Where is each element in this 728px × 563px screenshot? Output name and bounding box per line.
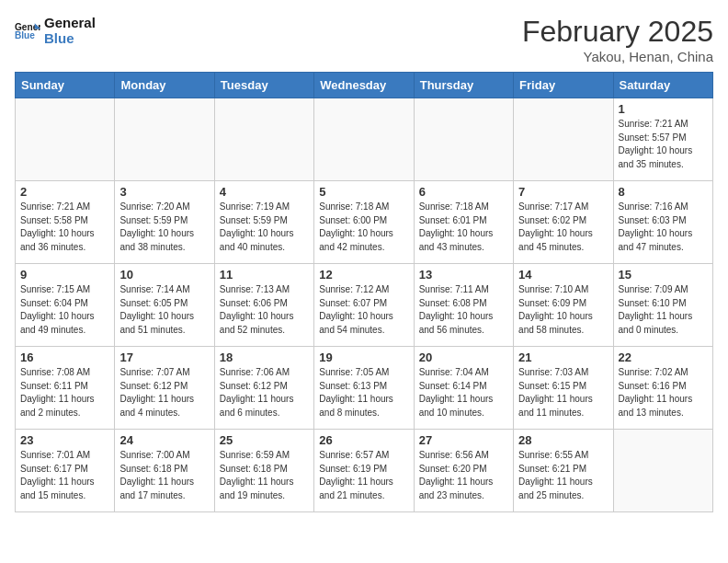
week-row-4: 16Sunrise: 7:08 AM Sunset: 6:11 PM Dayli… [16, 347, 713, 430]
day-info: Sunrise: 7:21 AM Sunset: 5:58 PM Dayligh… [20, 201, 109, 254]
page-header: General Blue General Blue February 2025 … [15, 15, 713, 64]
day-cell: 14Sunrise: 7:10 AM Sunset: 6:09 PM Dayli… [514, 264, 613, 347]
day-cell: 17Sunrise: 7:07 AM Sunset: 6:12 PM Dayli… [115, 347, 214, 430]
day-cell [314, 98, 414, 181]
day-number: 6 [419, 185, 508, 199]
day-number: 19 [319, 350, 408, 364]
logo-icon: General Blue [15, 17, 40, 43]
day-info: Sunrise: 7:12 AM Sunset: 6:07 PM Dayligh… [319, 283, 408, 337]
week-row-1: 1Sunrise: 7:21 AM Sunset: 5:57 PM Daylig… [16, 98, 713, 181]
col-header-friday: Friday [514, 73, 613, 98]
day-info: Sunrise: 7:19 AM Sunset: 5:59 PM Dayligh… [220, 201, 309, 254]
day-cell: 18Sunrise: 7:06 AM Sunset: 6:12 PM Dayli… [214, 347, 313, 430]
day-info: Sunrise: 7:09 AM Sunset: 6:10 PM Dayligh… [619, 283, 708, 337]
day-info: Sunrise: 7:14 AM Sunset: 6:05 PM Dayligh… [119, 283, 209, 337]
day-info: Sunrise: 7:20 AM Sunset: 5:59 PM Dayligh… [119, 201, 209, 254]
day-info: Sunrise: 7:03 AM Sunset: 6:15 PM Dayligh… [518, 366, 608, 419]
day-number: 25 [220, 433, 309, 447]
month-title: February 2025 [522, 15, 713, 49]
location: Yakou, Henan, China [522, 49, 713, 64]
day-info: Sunrise: 7:01 AM Sunset: 6:17 PM Dayligh… [20, 449, 109, 502]
day-cell [514, 98, 613, 181]
calendar-table: SundayMondayTuesdayWednesdayThursdayFrid… [15, 72, 713, 512]
day-cell: 21Sunrise: 7:03 AM Sunset: 6:15 PM Dayli… [514, 347, 613, 430]
day-cell: 26Sunrise: 6:57 AM Sunset: 6:19 PM Dayli… [314, 430, 414, 512]
day-cell: 5Sunrise: 7:18 AM Sunset: 6:00 PM Daylig… [314, 181, 414, 264]
day-cell: 19Sunrise: 7:05 AM Sunset: 6:13 PM Dayli… [314, 347, 414, 430]
day-number: 24 [119, 433, 209, 447]
day-info: Sunrise: 6:55 AM Sunset: 6:21 PM Dayligh… [518, 449, 608, 502]
day-cell: 23Sunrise: 7:01 AM Sunset: 6:17 PM Dayli… [16, 430, 115, 512]
day-cell: 2Sunrise: 7:21 AM Sunset: 5:58 PM Daylig… [16, 181, 115, 264]
day-cell: 16Sunrise: 7:08 AM Sunset: 6:11 PM Dayli… [16, 347, 115, 430]
day-number: 3 [119, 185, 209, 199]
day-info: Sunrise: 7:07 AM Sunset: 6:12 PM Dayligh… [119, 366, 209, 419]
day-cell: 4Sunrise: 7:19 AM Sunset: 5:59 PM Daylig… [214, 181, 313, 264]
day-cell: 6Sunrise: 7:18 AM Sunset: 6:01 PM Daylig… [414, 181, 513, 264]
day-cell [16, 98, 115, 181]
day-info: Sunrise: 6:56 AM Sunset: 6:20 PM Dayligh… [419, 449, 508, 502]
day-info: Sunrise: 7:06 AM Sunset: 6:12 PM Dayligh… [220, 366, 309, 419]
day-info: Sunrise: 7:10 AM Sunset: 6:09 PM Dayligh… [518, 283, 608, 337]
day-cell: 11Sunrise: 7:13 AM Sunset: 6:06 PM Dayli… [214, 264, 313, 347]
day-cell: 8Sunrise: 7:16 AM Sunset: 6:03 PM Daylig… [613, 181, 712, 264]
day-cell: 13Sunrise: 7:11 AM Sunset: 6:08 PM Dayli… [414, 264, 513, 347]
day-number: 12 [319, 268, 408, 282]
week-row-3: 9Sunrise: 7:15 AM Sunset: 6:04 PM Daylig… [16, 264, 713, 347]
day-info: Sunrise: 6:59 AM Sunset: 6:18 PM Dayligh… [220, 449, 309, 502]
day-number: 20 [419, 350, 508, 364]
day-cell: 9Sunrise: 7:15 AM Sunset: 6:04 PM Daylig… [16, 264, 115, 347]
col-header-wednesday: Wednesday [314, 73, 414, 98]
day-number: 26 [319, 433, 408, 447]
day-number: 16 [20, 350, 109, 364]
day-cell: 24Sunrise: 7:00 AM Sunset: 6:18 PM Dayli… [115, 430, 214, 512]
day-cell [613, 430, 712, 512]
title-block: February 2025 Yakou, Henan, China [522, 15, 713, 64]
day-info: Sunrise: 7:18 AM Sunset: 6:01 PM Dayligh… [419, 201, 508, 254]
day-info: Sunrise: 7:08 AM Sunset: 6:11 PM Dayligh… [20, 366, 109, 419]
svg-text:Blue: Blue [15, 31, 35, 41]
day-info: Sunrise: 7:18 AM Sunset: 6:00 PM Dayligh… [319, 201, 408, 254]
day-cell: 7Sunrise: 7:17 AM Sunset: 6:02 PM Daylig… [514, 181, 613, 264]
day-info: Sunrise: 7:11 AM Sunset: 6:08 PM Dayligh… [419, 283, 508, 337]
day-cell: 20Sunrise: 7:04 AM Sunset: 6:14 PM Dayli… [414, 347, 513, 430]
day-cell [115, 98, 214, 181]
day-info: Sunrise: 7:00 AM Sunset: 6:18 PM Dayligh… [119, 449, 209, 502]
day-number: 1 [619, 102, 708, 116]
week-row-5: 23Sunrise: 7:01 AM Sunset: 6:17 PM Dayli… [16, 430, 713, 512]
day-number: 23 [20, 433, 109, 447]
day-cell: 27Sunrise: 6:56 AM Sunset: 6:20 PM Dayli… [414, 430, 513, 512]
calendar-header-row: SundayMondayTuesdayWednesdayThursdayFrid… [16, 73, 713, 98]
day-number: 9 [20, 268, 109, 282]
day-cell: 12Sunrise: 7:12 AM Sunset: 6:07 PM Dayli… [314, 264, 414, 347]
day-info: Sunrise: 7:17 AM Sunset: 6:02 PM Dayligh… [518, 201, 608, 254]
day-cell: 22Sunrise: 7:02 AM Sunset: 6:16 PM Dayli… [613, 347, 712, 430]
day-number: 14 [518, 268, 608, 282]
day-cell [214, 98, 313, 181]
logo: General Blue General Blue [15, 15, 96, 47]
day-number: 7 [518, 185, 608, 199]
day-info: Sunrise: 7:21 AM Sunset: 5:57 PM Dayligh… [619, 118, 708, 171]
day-cell [414, 98, 513, 181]
day-number: 17 [119, 350, 209, 364]
col-header-tuesday: Tuesday [214, 73, 313, 98]
day-cell: 1Sunrise: 7:21 AM Sunset: 5:57 PM Daylig… [613, 98, 712, 181]
col-header-monday: Monday [115, 73, 214, 98]
day-info: Sunrise: 7:04 AM Sunset: 6:14 PM Dayligh… [419, 366, 508, 419]
col-header-saturday: Saturday [613, 73, 712, 98]
day-number: 4 [220, 185, 309, 199]
day-info: Sunrise: 6:57 AM Sunset: 6:19 PM Dayligh… [319, 449, 408, 502]
day-number: 8 [619, 185, 708, 199]
day-number: 5 [319, 185, 408, 199]
day-number: 13 [419, 268, 508, 282]
logo-text-blue: Blue [44, 30, 96, 46]
day-cell: 28Sunrise: 6:55 AM Sunset: 6:21 PM Dayli… [514, 430, 613, 512]
day-cell: 15Sunrise: 7:09 AM Sunset: 6:10 PM Dayli… [613, 264, 712, 347]
day-number: 11 [220, 268, 309, 282]
day-number: 15 [619, 268, 708, 282]
day-info: Sunrise: 7:13 AM Sunset: 6:06 PM Dayligh… [220, 283, 309, 337]
day-info: Sunrise: 7:02 AM Sunset: 6:16 PM Dayligh… [619, 366, 708, 419]
day-number: 2 [20, 185, 109, 199]
logo-text-general: General [44, 15, 96, 30]
day-number: 18 [220, 350, 309, 364]
